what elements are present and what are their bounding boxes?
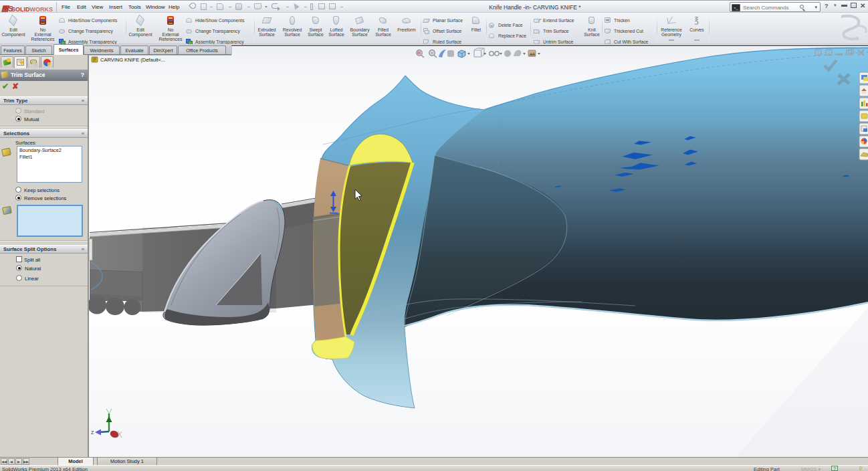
svg-text:CARVING KNIFE (Default<...: CARVING KNIFE (Default<... xyxy=(100,57,165,63)
svg-text:SOLIDWORKS: SOLIDWORKS xyxy=(11,6,53,13)
svg-text:Z: Z xyxy=(91,430,94,435)
